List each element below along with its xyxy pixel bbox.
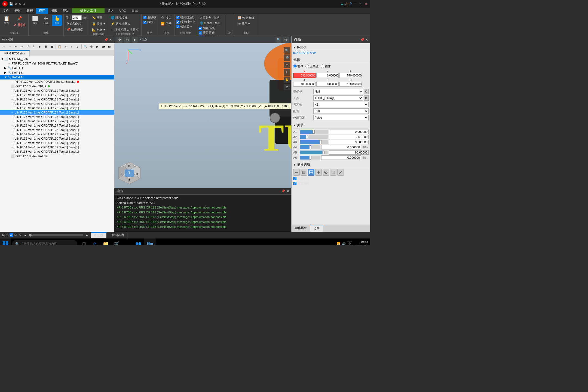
search-bar[interactable]: 🔍 在这里输入你要搜索的内容 xyxy=(12,240,77,245)
tree-item-linp133[interactable]: → LIN P133 Vel=1m/s CPDATP131 Tool[1] Ba… xyxy=(0,141,114,145)
snap-origin-button[interactable] xyxy=(323,169,329,176)
taskbar-edge-icon[interactable]: e xyxy=(89,238,100,245)
right-panel-close-button[interactable]: ✕ xyxy=(365,38,368,42)
vp-rot-button[interactable]: ↻ xyxy=(284,69,290,76)
warning-icon[interactable]: ⚠ xyxy=(345,2,348,6)
tree-stop-button[interactable]: ⏹ xyxy=(49,44,54,49)
taskbar-sim-app[interactable]: Sim xyxy=(144,238,156,245)
joint-a4-value[interactable] xyxy=(321,145,361,149)
tree-item-out17-false[interactable]: ⬜ OUT 17 '' State= FALSE xyxy=(0,154,114,158)
snap-face-button[interactable] xyxy=(301,169,307,176)
help-icon[interactable]: ▲ xyxy=(340,2,344,6)
replace-robot-button[interactable]: ⚡ 更换机器人 xyxy=(110,21,131,26)
joints-toggle[interactable]: ▼ xyxy=(293,124,296,127)
tree-item-ptp120[interactable]: → PTP P120 Vel=100% PDATP3 Tool[1] Base[… xyxy=(0,79,114,84)
joint-a4-slider[interactable] xyxy=(300,145,320,149)
tcp-select[interactable]: False xyxy=(313,115,369,120)
output-pin-button[interactable]: 📌 xyxy=(281,189,285,193)
taskbar-folder-icon[interactable]: 📁 xyxy=(100,238,111,245)
auto-size-button[interactable]: ⚙ 自动尺寸 xyxy=(65,21,83,26)
taskbar-store-icon[interactable]: 🛒 xyxy=(111,238,122,245)
tree-item-paths[interactable]: ▶ 🔧 PATH S xyxy=(0,70,114,75)
tree-item-linp123[interactable]: → LIN P123 Vel=1m/s CPDATP121 Tool[1] Ba… xyxy=(0,97,114,102)
vp-view-button[interactable]: 👁 xyxy=(283,37,289,43)
move-robot-world-button[interactable]: ↔ 移动机器人世界框 xyxy=(110,27,140,32)
tree-search-button[interactable]: 🔍 xyxy=(83,44,88,49)
menu-model[interactable]: 建模 xyxy=(24,8,36,14)
vp-pan-button[interactable]: ✋ xyxy=(284,76,290,83)
ref-coord-button[interactable]: ⊙ 至参考（坐标） xyxy=(199,15,223,20)
tree-prev-button[interactable]: ⏮ xyxy=(101,44,106,49)
tree-item-linp125[interactable]: → LIN P125 Vel=1m/s CPDATP123 Tool[1] Ba… xyxy=(0,106,114,110)
tree-item-linp134[interactable]: → LIN P134 Vel=1m/s CPDATP132 Tool[1] Ba… xyxy=(0,145,114,149)
tree-item-linp124[interactable]: → LIN P124 Vel=1m/s CPDATP122 Tool[1] Ba… xyxy=(0,102,114,106)
tree-undo-button[interactable]: ↺ xyxy=(25,44,30,49)
joint-a5-slider[interactable] xyxy=(300,151,328,154)
snap-toggle[interactable]: ▼ xyxy=(293,163,296,166)
tree-item-linp130[interactable]: → LIN P130 Vel=1m/s CPDATP128 Tool[1] Ba… xyxy=(0,128,114,132)
left-panel-pin-button[interactable]: 📌 xyxy=(104,38,108,42)
coord-world-radio[interactable]: 世界 xyxy=(293,64,303,68)
status-refresh-icon[interactable]: ↻ xyxy=(19,233,22,237)
vp-fit-button[interactable]: ⊞ xyxy=(284,62,290,68)
menu-program[interactable]: 程序 xyxy=(36,8,48,14)
base-settings-button[interactable]: ⚙ xyxy=(364,89,369,94)
jog-button[interactable]: 👆 点动 xyxy=(52,15,62,26)
tool-select[interactable]: TOOL_DATA[1] xyxy=(313,95,363,101)
nav-cube[interactable]: B L T R F xyxy=(117,161,142,185)
tree-item-linp122[interactable]: → LIN P122 Vel=1m/s CPDATP120 Tool[1] Ba… xyxy=(0,93,114,97)
joint-a1-slider[interactable] xyxy=(300,130,328,134)
signal-button[interactable]: 📶 信号 xyxy=(160,21,173,26)
info-icon[interactable]: ? xyxy=(350,2,352,6)
joint-a1-value[interactable] xyxy=(329,130,369,134)
world-coord-button[interactable]: 🌐 至世界（坐标） xyxy=(199,21,224,26)
tree-settings-button[interactable]: ⚙ xyxy=(89,44,94,49)
trace-check[interactable]: 跟踪 xyxy=(143,20,153,24)
tree-item-linp128[interactable]: → LIN P128 Vel=1m/s CPDATP126 Tool[1] Ba… xyxy=(0,119,114,123)
size-input[interactable] xyxy=(72,15,82,20)
customize-icon[interactable]: ⬇ xyxy=(23,2,25,6)
close-button[interactable]: ✕ xyxy=(364,2,368,6)
tool-settings-button[interactable]: ⚙ xyxy=(364,95,369,101)
tree-item-ptp1[interactable]: → PTP P1 CONT Vel=100% PDATP1 Tool[1] Ba… xyxy=(0,61,114,66)
limit-stop-check[interactable]: 限位停止 xyxy=(199,31,215,35)
tree-first-button[interactable]: ⏮ xyxy=(13,44,19,49)
right-panel-pin-button[interactable]: 📌 xyxy=(360,38,364,42)
tree-item-linp127[interactable]: → LIN P127 Vel=1m/s CPDATP125 Tool[1] Ba… xyxy=(0,115,114,119)
status-left-arrow[interactable]: ◄ xyxy=(24,234,27,237)
interface-button[interactable]: 🔌 接口 xyxy=(160,15,173,20)
menu-import[interactable]: 导入 xyxy=(105,8,117,14)
set-position-check[interactable]: 设置位置 xyxy=(293,176,309,180)
tree-item-linp129[interactable]: → LIN P129 Vel=1m/s CPDATP127 Tool[1] Ba… xyxy=(0,123,114,128)
collision-stop-check[interactable]: 碰撞时停止 xyxy=(176,20,195,24)
approach-select[interactable]: +Z xyxy=(313,102,369,107)
tree-up-button[interactable]: ↑ xyxy=(69,44,74,49)
tree-item-linp132[interactable]: → LIN P132 Vel=1m/s CPDATP130 Tool[1] Ba… xyxy=(0,136,114,141)
joint-a3-value[interactable] xyxy=(329,140,369,144)
paste-button[interactable]: 📌 xyxy=(13,15,27,21)
menu-start[interactable]: 开始 xyxy=(12,8,24,14)
tree-back-button[interactable]: ← xyxy=(1,44,7,49)
coord-z-input[interactable] xyxy=(339,73,362,78)
config-select[interactable]: 010 xyxy=(313,108,369,114)
detector-check[interactable]: 检测器 ▾ xyxy=(176,24,192,29)
coord-c-input[interactable] xyxy=(339,82,362,87)
tree-last-button[interactable]: ⏭ xyxy=(19,44,24,49)
vp-play-button[interactable]: ▶ xyxy=(132,37,138,43)
snap-edge-face-button[interactable] xyxy=(308,169,314,176)
joint-a3-slider[interactable] xyxy=(300,140,328,144)
snap-coord-button[interactable] xyxy=(315,169,322,176)
taskbar-people-icon[interactable]: 👥 xyxy=(133,238,144,245)
tree-tab-kr6[interactable]: KR 6 R700 sixx xyxy=(0,50,30,56)
vp-zoom-in-button[interactable]: 🔍 xyxy=(284,47,290,54)
vp-extra-button[interactable]: ⊕ xyxy=(284,84,290,90)
status-right-arrow[interactable]: ► xyxy=(85,234,88,237)
viewport[interactable]: ⚙ ⏮ ▶ × 1.0 🔍 👁 xyxy=(114,36,291,188)
snap-button[interactable]: 🔒 捕捉 ▾ xyxy=(91,21,106,26)
left-panel-close-button[interactable]: ✕ xyxy=(109,38,112,42)
tree-copy-button[interactable]: 📋 xyxy=(57,44,62,49)
tree-item-linp135[interactable]: → LIN P135 Vel=1m/s CPDATP133 Tool[1] Ba… xyxy=(0,149,114,154)
status-tab-controller[interactable]: 控制器图 xyxy=(109,232,127,238)
taskbar-task-view[interactable]: ⊞ xyxy=(78,238,89,245)
tree-item-linp131[interactable]: → LIN P131 Vel=1m/s CPDATP129 Tool[1] Ba… xyxy=(0,132,114,136)
